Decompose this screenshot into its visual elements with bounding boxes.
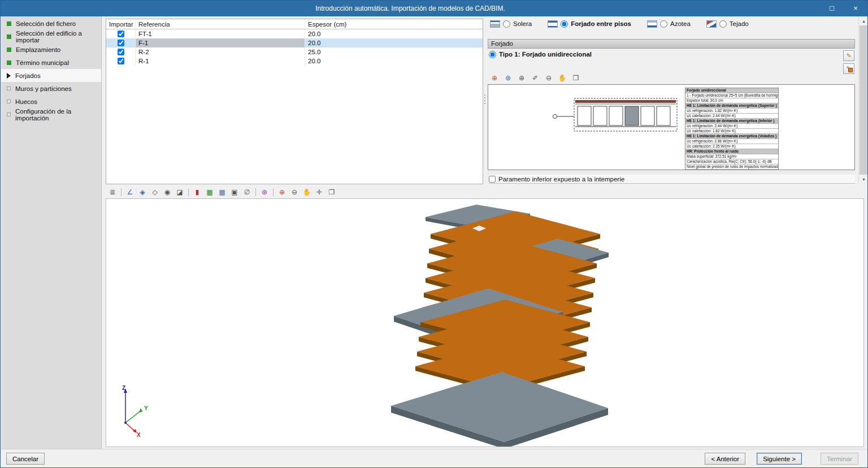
panel-splitter[interactable] [484, 94, 486, 105]
sidebar-item-seleccion-fichero[interactable]: Selección del fichero [1, 17, 101, 30]
exposed-checkbox[interactable] [489, 176, 496, 183]
close-button[interactable]: × [844, 1, 867, 16]
sidebar-item-termino-municipal[interactable]: Término municipal [1, 56, 101, 69]
workplane-icon[interactable]: ∠ [124, 187, 136, 197]
toolbar-separator [188, 188, 189, 196]
table-row[interactable]: R-2 25.0 [106, 47, 483, 57]
building-3d-model[interactable] [106, 199, 863, 447]
axis-z-label: Z [122, 385, 125, 391]
edit-floor-description-button[interactable]: ✎ [843, 63, 854, 74]
floor-type-radio[interactable] [719, 20, 727, 28]
step-state-icon [7, 60, 11, 65]
step-state-icon [7, 47, 11, 52]
detach-view-icon[interactable]: ❐ [326, 187, 337, 197]
import-checkbox[interactable] [118, 31, 124, 37]
eye-icon[interactable]: ◉ [162, 187, 173, 197]
detach-view-icon[interactable]: ❐ [570, 73, 581, 83]
zoom-window-icon[interactable]: ⊕ [276, 187, 288, 197]
slab-properties-table: Forjado unidireccional 1 - Forjado unidi… [685, 88, 779, 170]
slab-type-option[interactable]: Tipo 1: Forjado unidireccional [489, 50, 828, 59]
sidebar-item-label: Selección del fichero [16, 20, 76, 27]
isometric-view-icon[interactable]: ◈ [137, 187, 148, 197]
red-column-icon[interactable]: ▮ [192, 187, 203, 197]
sidebar-item-label: Forjados [15, 72, 41, 79]
move-icon[interactable]: ✛ [314, 187, 325, 197]
pan-icon[interactable]: ✋ [301, 187, 313, 197]
solid-view-icon[interactable]: ▣ [229, 187, 240, 197]
sidebar-item-label: Configuración de la importación [15, 108, 101, 122]
table-row[interactable]: F-1 20.0 [106, 38, 483, 47]
toolbar-separator [255, 188, 256, 196]
next-button[interactable]: Siguiente > [757, 453, 802, 465]
property-row: Uc refrigeración: 2.44 W/(m²·K) [685, 124, 778, 129]
zoom-extents-icon[interactable]: ⊛ [502, 73, 514, 83]
property-row: Forjado unidireccional [685, 88, 778, 93]
floor-type-radio[interactable] [660, 20, 667, 28]
sidebar-item-label: Término municipal [16, 59, 69, 66]
colors-icon[interactable]: ⊛ [259, 187, 270, 197]
floor-type-option-tejado[interactable]: Tejado [706, 20, 749, 28]
slab-type-radio[interactable] [489, 51, 496, 58]
floor-type-radio[interactable] [561, 20, 568, 28]
forjado-entre-pisos-icon [548, 20, 558, 28]
floor-type-option-azotea[interactable]: Azotea [647, 20, 691, 28]
check-grid-icon[interactable]: ▦ [204, 187, 215, 197]
floor-type-bar: Solera Forjado entre pisos Azotea Tejado [490, 18, 855, 30]
visible-layers-icon[interactable]: ≣ [107, 187, 118, 197]
maximize-button[interactable]: □ [820, 1, 844, 16]
finish-button: Terminar [821, 453, 858, 465]
table-row[interactable]: FT-1 20.0 [106, 29, 483, 38]
floor-type-option-forjado-entre-pisos[interactable]: Forjado entre pisos [548, 20, 631, 28]
edit-floor-type-button[interactable]: ✎ [843, 50, 854, 61]
slab-type-label: Tipo 1: Forjado unidireccional [499, 51, 592, 58]
grid-icon[interactable]: ▦ [216, 187, 228, 197]
step-state-icon [7, 34, 11, 39]
zoom-window-icon[interactable]: ⊕ [489, 73, 500, 83]
window-title: Introducción automática. Importación de … [1, 5, 820, 12]
floor-type-option-solera[interactable]: Solera [490, 20, 532, 28]
sidebar-item-label: Emplazamiento [16, 46, 60, 53]
edit-buttons: ✎ ✎ [843, 50, 854, 74]
scroll-up-icon[interactable]: ▲ [859, 16, 868, 25]
property-row: Uc refrigeración: 1.82 W/(m²·K) [685, 109, 778, 114]
footer: Cancelar < Anterior Siguiente > Terminar [1, 449, 867, 467]
hide-eye-icon[interactable]: ∅ [241, 187, 253, 197]
pan-icon[interactable]: ✋ [557, 73, 568, 83]
zoom-out-icon[interactable]: ⊖ [289, 187, 300, 197]
section-preview[interactable]: Forjado unidireccional 1 - Forjado unidi… [488, 84, 855, 170]
floor-type-label: Forjado entre pisos [571, 20, 631, 27]
import-cell [106, 29, 136, 38]
exposed-checkbox-row[interactable]: Paramento inferior expuesto a la intempe… [489, 175, 855, 184]
zoom-out-icon[interactable]: ⊖ [543, 73, 554, 83]
import-checkbox[interactable] [118, 49, 124, 55]
cancel-button[interactable]: Cancelar [6, 453, 45, 465]
step-state-icon [7, 21, 11, 26]
import-checkbox[interactable] [118, 58, 124, 64]
sidebar-item-label: Selección del edificio a importar [16, 30, 101, 44]
rotate-box-icon[interactable]: ◇ [149, 187, 160, 197]
scrollbar-thumb[interactable] [860, 25, 867, 175]
sidebar-item-huecos[interactable]: Huecos [1, 95, 101, 108]
sidebar-item-seleccion-edificio[interactable]: Selección del edificio a importar [1, 30, 101, 43]
table-row[interactable]: R-1 20.0 [106, 57, 483, 66]
scroll-down-icon[interactable]: ▼ [859, 175, 868, 184]
axis-triad: Z Y X [113, 383, 153, 437]
previous-button[interactable]: < Anterior [705, 453, 745, 465]
property-row: Masa superficial: 372.51 kg/m² [685, 154, 778, 159]
sidebar-item-label: Muros y particiones [15, 85, 72, 92]
sidebar-item-configuracion-importacion[interactable]: Configuración de la importación [1, 108, 101, 121]
step-state-icon [7, 73, 11, 79]
vertical-scrollbar[interactable]: ▲ ▼ [858, 16, 868, 184]
sidebar-item-muros-particiones[interactable]: Muros y particiones [1, 82, 101, 95]
horizontal-scrollbar[interactable] [488, 171, 855, 174]
viewport-3d[interactable]: Z Y X [106, 198, 864, 447]
floor-type-label: Azotea [670, 20, 691, 27]
sidebar-item-emplazamiento[interactable]: Emplazamiento [1, 43, 101, 56]
sidebar-item-forjados[interactable]: Forjados [1, 69, 101, 82]
section-plane-icon[interactable]: ◪ [174, 187, 185, 197]
import-checkbox[interactable] [118, 40, 124, 46]
zoom-in-icon[interactable]: ⊕ [516, 73, 527, 83]
redraw-icon[interactable]: ✐ [530, 73, 541, 83]
floor-type-radio[interactable] [503, 20, 510, 28]
property-row: HE 1: Limitación de demanda energética (… [685, 134, 778, 139]
